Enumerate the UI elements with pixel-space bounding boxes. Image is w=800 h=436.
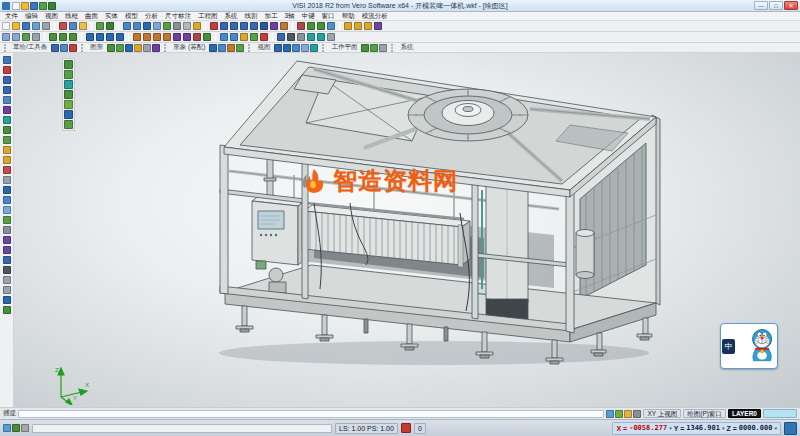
ime-doraemon-widget[interactable]: 中 bbox=[720, 323, 778, 369]
sidebar-icon-rotate[interactable] bbox=[3, 216, 11, 224]
toolbar-icon-view-iso[interactable] bbox=[116, 33, 124, 41]
toolbar-icon-scale[interactable] bbox=[364, 22, 372, 30]
toolbar-icon-print[interactable] bbox=[42, 22, 50, 30]
toolbar-icon-move[interactable] bbox=[344, 22, 352, 30]
toolbar-icon-save[interactable] bbox=[22, 22, 30, 30]
group-icon-wp-c[interactable] bbox=[379, 44, 387, 52]
toolbar-icon-new[interactable] bbox=[2, 22, 10, 30]
color-value[interactable]: 0 bbox=[414, 423, 426, 434]
menu-item-7[interactable]: 分析 bbox=[145, 12, 158, 21]
toolbar-icon-zoom-out[interactable] bbox=[133, 22, 141, 30]
sidebar-icon-feature[interactable] bbox=[3, 136, 11, 144]
menu-item-6[interactable]: 模型 bbox=[125, 12, 138, 21]
toolbar-icon-mirror[interactable] bbox=[327, 22, 335, 30]
toolbar-icon-animate[interactable] bbox=[317, 33, 325, 41]
quick-icon-redo[interactable] bbox=[48, 2, 56, 10]
toolbar-icon-view-right[interactable] bbox=[106, 33, 114, 41]
menu-item-4[interactable]: 曲面 bbox=[85, 12, 98, 21]
toolbar-icon-rectangle[interactable] bbox=[250, 22, 258, 30]
group-icon-asm-a[interactable] bbox=[209, 44, 217, 52]
toolbar-icon-extrude[interactable] bbox=[133, 33, 141, 41]
close-button[interactable]: ✕ bbox=[784, 1, 798, 10]
window-indicator[interactable]: 绘图(P)窗口 bbox=[683, 409, 726, 418]
menu-item-8[interactable]: 尺寸标注 bbox=[165, 12, 191, 21]
sidebar-icon-extra[interactable] bbox=[3, 306, 11, 314]
sidebar-icon-circle[interactable] bbox=[3, 86, 11, 94]
toolbar-icon-paste[interactable] bbox=[79, 22, 87, 30]
palette-icon-view-top[interactable] bbox=[64, 70, 73, 79]
toolbar-icon-shell[interactable] bbox=[193, 33, 201, 41]
quick-icon-undo[interactable] bbox=[39, 2, 47, 10]
menu-item-17[interactable]: 模流分析 bbox=[362, 12, 388, 21]
toolbar-icon-cut[interactable] bbox=[59, 22, 67, 30]
toolbar-icon-thread[interactable] bbox=[230, 33, 238, 41]
snap-icon-snap-center[interactable] bbox=[624, 410, 632, 418]
toolbar-icon-render[interactable] bbox=[307, 33, 315, 41]
group-icon-sketch-c[interactable] bbox=[69, 44, 77, 52]
toolbar-icon-plane-zx[interactable] bbox=[69, 33, 77, 41]
toolbar-grip[interactable] bbox=[322, 44, 325, 52]
toolbar-icon-plane-yz[interactable] bbox=[59, 33, 67, 41]
group-icon-view-c[interactable] bbox=[292, 44, 300, 52]
palette-icon-view-right[interactable] bbox=[64, 90, 73, 99]
group-icon-asm-d[interactable] bbox=[236, 44, 244, 52]
group-icon-view-a[interactable] bbox=[274, 44, 282, 52]
menu-item-13[interactable]: 3轴 bbox=[285, 12, 295, 21]
maximize-button[interactable]: □ bbox=[769, 1, 783, 10]
status-icon-status-c[interactable] bbox=[21, 424, 29, 432]
sidebar-icon-arc[interactable] bbox=[3, 96, 11, 104]
toolbar-icon-trim[interactable] bbox=[297, 22, 305, 30]
group-icon-sketch-b[interactable] bbox=[60, 44, 68, 52]
group-icon-wp-b[interactable] bbox=[370, 44, 378, 52]
toolbar-icon-select-window[interactable] bbox=[12, 33, 20, 41]
menu-item-5[interactable]: 实体 bbox=[105, 12, 118, 21]
menu-item-3[interactable]: 线框 bbox=[65, 12, 78, 21]
toolbar-icon-revolve[interactable] bbox=[143, 33, 151, 41]
menu-item-2[interactable]: 视图 bbox=[45, 12, 58, 21]
toolbar-icon-save-all[interactable] bbox=[32, 22, 40, 30]
toolbar-grip[interactable] bbox=[4, 44, 7, 52]
quick-icon-file-save[interactable] bbox=[30, 2, 38, 10]
toolbar-icon-polyline[interactable] bbox=[260, 22, 268, 30]
x-spinner[interactable]: ▾ bbox=[669, 425, 672, 431]
toolbar-icon-arc[interactable] bbox=[230, 22, 238, 30]
group-icon-gfx-e[interactable] bbox=[143, 44, 151, 52]
sidebar-icon-annotate[interactable] bbox=[3, 266, 11, 274]
toolbar-icon-rotate[interactable] bbox=[354, 22, 362, 30]
toolbar-icon-redo[interactable] bbox=[106, 22, 114, 30]
toolbar-grip[interactable] bbox=[248, 44, 251, 52]
toolbar-icon-chamfer[interactable] bbox=[317, 22, 325, 30]
toolbar-icon-section[interactable] bbox=[260, 33, 268, 41]
scale-indicator[interactable]: LS: 1.00 PS: 1.00 bbox=[335, 423, 398, 434]
toolbar-icon-union[interactable] bbox=[173, 33, 181, 41]
sidebar-icon-line[interactable] bbox=[3, 76, 11, 84]
status-icon-status-b[interactable] bbox=[12, 424, 20, 432]
menu-item-0[interactable]: 文件 bbox=[5, 12, 18, 21]
toolbar-icon-fillet[interactable] bbox=[307, 22, 315, 30]
z-spinner[interactable]: ▾ bbox=[774, 425, 777, 431]
group-icon-gfx-c[interactable] bbox=[125, 44, 133, 52]
toolbar-icon-select[interactable] bbox=[2, 33, 10, 41]
sidebar-icon-settings[interactable] bbox=[3, 286, 11, 294]
sidebar-icon-dimension[interactable] bbox=[3, 256, 11, 264]
menu-item-15[interactable]: 窗口 bbox=[322, 12, 335, 21]
snap-icon-snap-grid[interactable] bbox=[633, 410, 641, 418]
status-icon-status-a[interactable] bbox=[3, 424, 11, 432]
toolbar-icon-hatch[interactable] bbox=[297, 33, 305, 41]
toolbar-icon-draft[interactable] bbox=[203, 33, 211, 41]
palette-icon-zoom-fit[interactable] bbox=[64, 100, 73, 109]
sidebar-icon-plot[interactable] bbox=[3, 276, 11, 284]
sidebar-icon-move[interactable] bbox=[3, 156, 11, 164]
toolbar-icon-dimension[interactable] bbox=[277, 33, 285, 41]
toolbar-icon-pan[interactable] bbox=[153, 22, 161, 30]
group-icon-view-d[interactable] bbox=[301, 44, 309, 52]
snap-icon-snap-end[interactable] bbox=[606, 410, 614, 418]
sidebar-icon-curve[interactable] bbox=[3, 106, 11, 114]
toolbar-icon-spline[interactable] bbox=[270, 22, 278, 30]
group-icon-gfx-a[interactable] bbox=[107, 44, 115, 52]
workplane-indicator[interactable]: XY 上视图 bbox=[643, 409, 681, 418]
palette-icon-wireframe-mode[interactable] bbox=[64, 120, 73, 129]
group-icon-view-b[interactable] bbox=[283, 44, 291, 52]
toolbar-icon-undo[interactable] bbox=[96, 22, 104, 30]
toolbar-icon-options[interactable] bbox=[327, 33, 335, 41]
